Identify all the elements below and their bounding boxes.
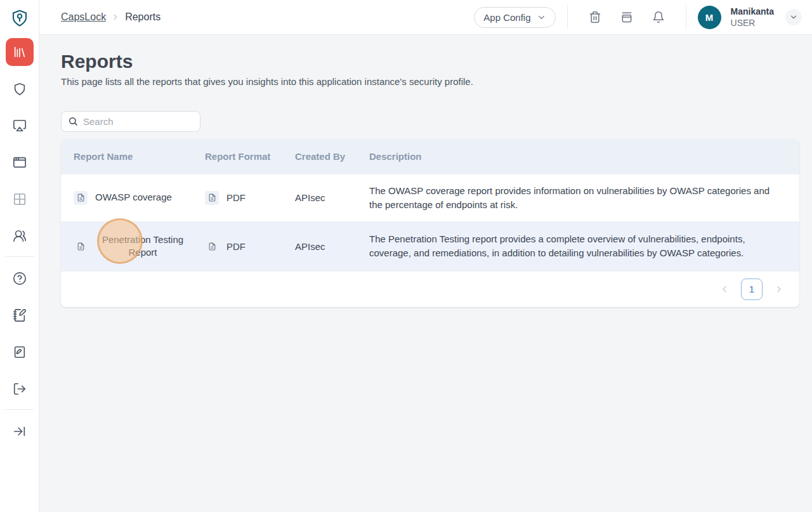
sidebar-item-applications[interactable] (6, 148, 34, 176)
file-pen-icon (13, 345, 27, 359)
file-icon (74, 191, 88, 205)
divider (567, 5, 568, 29)
trash-icon (589, 11, 601, 23)
search-input[interactable] (83, 116, 209, 127)
report-description: The Penetration Testing report provides … (369, 225, 787, 268)
search-icon (68, 116, 78, 126)
sidebar-item-logout[interactable] (6, 375, 34, 403)
breadcrumb-link-capslock[interactable]: CapsLock (61, 11, 106, 23)
library-icon (13, 45, 27, 59)
screen-share-icon (13, 119, 27, 133)
sidebar-item-reports[interactable] (6, 38, 34, 66)
notebook-pen-icon (13, 308, 27, 322)
app-logo (0, 0, 39, 35)
app-root: CapsLock Reports App Config (0, 0, 812, 512)
pagination-prev-button[interactable] (716, 280, 733, 298)
reports-table: Report Name Report Format Created By Des… (61, 139, 799, 307)
app-config-button[interactable]: App Config (474, 7, 555, 28)
page-subtitle: This page lists all the reports that giv… (61, 76, 799, 87)
pagination-page-1-button[interactable]: 1 (741, 279, 763, 300)
breadcrumb: CapsLock Reports (61, 11, 160, 23)
chevron-down-icon (537, 13, 546, 22)
user-info: Manikanta USER (731, 6, 774, 29)
chevron-left-icon (719, 284, 730, 294)
app-config-label: App Config (483, 12, 530, 23)
sidebar-item-dashboard[interactable] (6, 185, 34, 213)
arrow-right-to-line-icon (13, 424, 27, 438)
column-header-report-name: Report Name (74, 151, 205, 162)
table-header-row: Report Name Report Format Created By Des… (61, 139, 799, 174)
user-name: Manikanta (731, 6, 774, 17)
sidebar-expand-toggle[interactable] (6, 417, 34, 445)
report-format-cell: PDF (205, 232, 295, 261)
sidebar-item-docs[interactable] (6, 338, 34, 366)
report-name-cell: Penetration Testing Report (74, 226, 205, 267)
user-menu-toggle[interactable] (785, 9, 802, 25)
browser-window-icon (13, 155, 27, 169)
report-name: Penetration Testing Report (95, 233, 190, 259)
report-name-cell: OWASP coverage (74, 183, 205, 213)
topbar-actions: App Config (474, 5, 802, 29)
logout-icon (13, 382, 27, 396)
column-header-created-by: Created By (295, 151, 369, 162)
report-format: PDF (226, 241, 246, 252)
shield-icon (13, 82, 27, 96)
report-format-cell: PDF (205, 183, 295, 213)
divider (686, 5, 686, 29)
avatar[interactable]: M (698, 6, 721, 29)
created-by: APIsec (295, 233, 369, 259)
report-format: PDF (226, 192, 246, 203)
chevron-right-icon (774, 284, 784, 294)
grid-icon (13, 192, 27, 206)
sidebar (0, 0, 39, 512)
breadcrumb-current: Reports (125, 11, 160, 23)
table-row-penetration-testing[interactable]: Penetration Testing Report PDF APIsec Th… (61, 221, 799, 271)
topbar: CapsLock Reports App Config (39, 0, 812, 35)
user-role: USER (731, 17, 774, 29)
sidebar-item-monitoring[interactable] (6, 112, 34, 140)
notifications-button[interactable] (647, 6, 670, 29)
table-row-owasp-coverage[interactable]: OWASP coverage PDF APIsec The OWASP cove… (61, 174, 799, 221)
pagination: 1 (61, 271, 799, 307)
content-area: Reports This page lists all the reports … (39, 35, 812, 512)
report-description: The OWASP coverage report provides infor… (369, 176, 787, 220)
help-circle-icon (13, 272, 27, 286)
created-by: APIsec (295, 185, 369, 211)
pagination-next-button[interactable] (770, 280, 788, 298)
search-box (61, 111, 200, 132)
users-icon (13, 229, 27, 243)
sidebar-divider (5, 409, 34, 410)
avatar-initial: M (705, 12, 714, 23)
archive-icon (620, 11, 633, 23)
sidebar-item-feedback[interactable] (6, 301, 34, 329)
sidebar-item-users[interactable] (6, 222, 34, 250)
delete-button[interactable] (584, 6, 606, 29)
bell-icon (652, 11, 665, 23)
file-icon (74, 239, 88, 253)
archive-button[interactable] (615, 6, 638, 29)
page-title: Reports (61, 51, 799, 73)
sidebar-item-security[interactable] (6, 75, 34, 103)
sidebar-item-help[interactable] (6, 265, 34, 292)
report-name: OWASP coverage (95, 191, 172, 204)
column-header-report-format: Report Format (205, 151, 295, 162)
main-pane: CapsLock Reports App Config (39, 0, 812, 512)
chevron-down-icon (789, 13, 798, 22)
chevron-right-icon (111, 13, 120, 22)
column-header-description: Description (369, 151, 787, 162)
shield-keyhole-logo-icon (10, 8, 29, 27)
sidebar-divider (5, 256, 34, 257)
file-icon (205, 191, 219, 205)
file-icon (205, 239, 219, 253)
